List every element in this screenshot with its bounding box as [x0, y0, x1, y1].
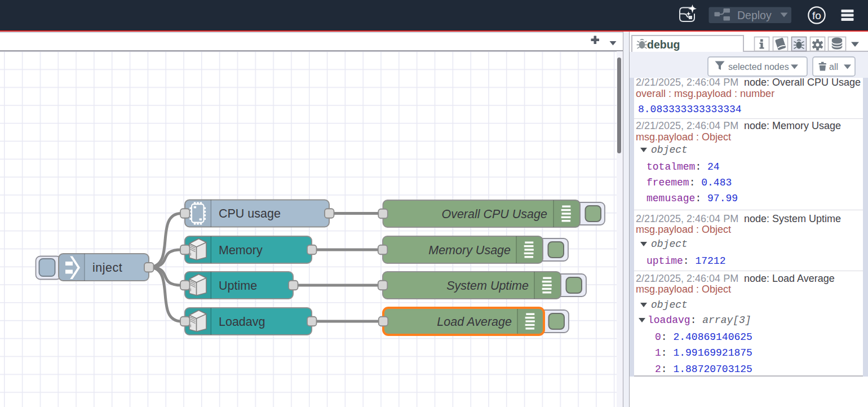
svg-text:Uptime: Uptime	[219, 279, 257, 293]
svg-text:all: all	[829, 62, 838, 72]
svg-text:Load Average: Load Average	[437, 315, 512, 329]
svg-text:debug: debug	[647, 38, 680, 51]
svg-text:System Uptime: System Uptime	[446, 279, 529, 293]
svg-text:inject: inject	[92, 261, 122, 275]
svg-text:Memory: Memory	[219, 244, 263, 257]
svg-text:Memory Usage: Memory Usage	[428, 244, 511, 257]
svg-text:Loadavg: Loadavg	[219, 315, 265, 329]
svg-text:CPU usage: CPU usage	[219, 207, 281, 220]
svg-text:Deploy: Deploy	[737, 9, 772, 21]
svg-text:selected nodes: selected nodes	[728, 62, 789, 72]
svg-text:fo: fo	[812, 10, 821, 21]
svg-text:Overall CPU Usage: Overall CPU Usage	[441, 207, 547, 221]
